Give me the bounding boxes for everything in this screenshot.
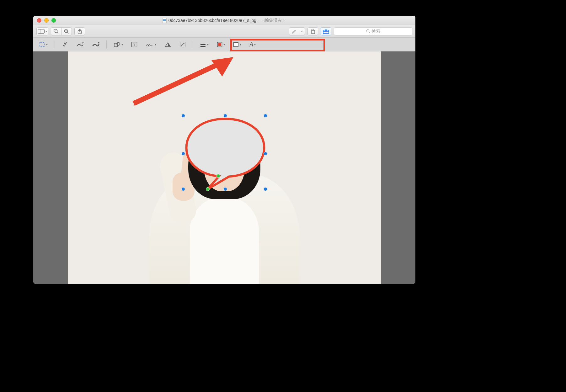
- title-separator: —: [258, 18, 263, 23]
- svg-line-16: [369, 32, 370, 33]
- resize-handle-se[interactable]: [264, 187, 267, 191]
- resize-handle-e[interactable]: [264, 152, 267, 156]
- svg-rect-0: [38, 29, 45, 33]
- svg-point-22: [117, 42, 120, 45]
- speech-bubble-annotation[interactable]: [183, 116, 267, 191]
- text-style-button[interactable]: A ▾: [248, 40, 257, 49]
- window-title[interactable]: 0dc73ae7b913bb826cbcf819e18020e7_s.jpg —…: [162, 18, 286, 23]
- svg-point-15: [366, 30, 369, 32]
- svg-rect-32: [218, 43, 221, 46]
- markup-toolbox-button[interactable]: [321, 27, 331, 35]
- callout-arrow-annotation[interactable]: [127, 53, 240, 108]
- resize-handle-s[interactable]: [223, 187, 227, 191]
- preview-window: 0dc73ae7b913bb826cbcf819e18020e7_s.jpg —…: [33, 16, 415, 284]
- svg-line-3: [57, 32, 58, 33]
- highlight-pen-menu-button[interactable]: ▾: [299, 27, 305, 35]
- svg-point-20: [66, 42, 67, 43]
- resize-handle-w[interactable]: [181, 152, 185, 156]
- adjust-color-button[interactable]: [163, 40, 173, 49]
- markup-toolbar: ▾ ▾ T ▾ ▾: [33, 38, 415, 51]
- svg-text:T: T: [133, 43, 136, 47]
- separator: [106, 40, 107, 49]
- svg-line-6: [67, 32, 68, 33]
- rotate-button[interactable]: [307, 27, 318, 35]
- titlebar: 0dc73ae7b913bb826cbcf819e18020e7_s.jpg —…: [33, 16, 415, 25]
- file-icon: [162, 18, 167, 23]
- svg-line-34: [134, 63, 222, 103]
- share-button[interactable]: [74, 27, 85, 35]
- main-toolbar: ▾ ▾ 検索: [33, 25, 415, 38]
- border-color-button[interactable]: ▾: [216, 40, 226, 49]
- svg-rect-33: [234, 42, 238, 47]
- separator: [55, 40, 55, 49]
- separator: [193, 40, 193, 49]
- search-icon: [366, 29, 370, 33]
- resize-handle-n[interactable]: [223, 114, 227, 118]
- search-field[interactable]: 検索: [334, 27, 412, 35]
- sign-tool-button[interactable]: ▾: [144, 40, 158, 49]
- svg-rect-11: [312, 30, 315, 34]
- svg-point-18: [66, 43, 66, 43]
- zoom-out-button[interactable]: [51, 27, 61, 35]
- text-tool-button[interactable]: T: [130, 40, 139, 49]
- minimize-window-button[interactable]: [44, 18, 49, 23]
- image-canvas[interactable]: [33, 51, 415, 284]
- fill-color-button[interactable]: ▾: [232, 40, 243, 49]
- resize-handle-sw[interactable]: [181, 187, 185, 191]
- callout-highlight-rect: [230, 39, 325, 51]
- svg-rect-13: [325, 29, 327, 30]
- selection-tool-button[interactable]: ▾: [38, 40, 49, 49]
- edited-status-label: 編集済み: [264, 18, 282, 23]
- svg-rect-17: [40, 42, 44, 47]
- svg-point-19: [67, 44, 67, 44]
- instant-alpha-button[interactable]: [61, 40, 69, 49]
- tail-handle-base[interactable]: [216, 174, 220, 178]
- resize-handle-nw[interactable]: [181, 114, 185, 118]
- shapes-tool-button[interactable]: ▾: [112, 40, 124, 49]
- adjust-size-button[interactable]: [178, 40, 187, 49]
- close-window-button[interactable]: [37, 18, 41, 23]
- search-placeholder: 検索: [371, 29, 380, 34]
- title-chevron-icon: ﹀: [283, 18, 286, 23]
- border-style-button[interactable]: ▾: [199, 40, 210, 49]
- zoom-window-button[interactable]: [51, 18, 56, 23]
- zoom-in-button[interactable]: [61, 27, 72, 35]
- tail-handle-tip[interactable]: [206, 187, 210, 191]
- filename-label: 0dc73ae7b913bb826cbcf819e18020e7_s.jpg: [168, 18, 256, 23]
- draw-tool-button[interactable]: [91, 40, 101, 49]
- window-controls: [37, 18, 56, 23]
- resize-handle-ne[interactable]: [264, 114, 267, 118]
- sidebar-view-button[interactable]: ▾: [36, 27, 48, 35]
- highlight-pen-button[interactable]: [289, 27, 299, 35]
- sketch-tool-button[interactable]: [75, 40, 85, 49]
